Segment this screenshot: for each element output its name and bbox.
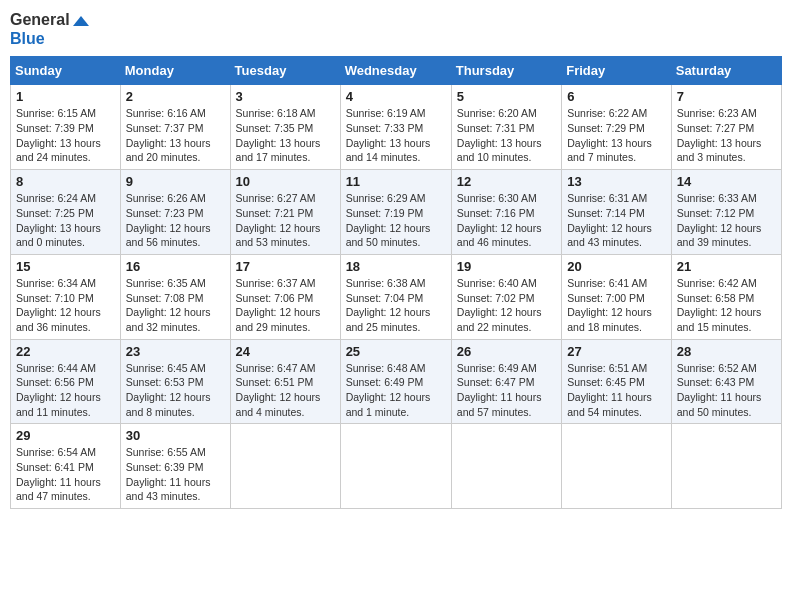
calendar-day-25: 25Sunrise: 6:48 AMSunset: 6:49 PMDayligh… (340, 339, 451, 424)
calendar-day-16: 16Sunrise: 6:35 AMSunset: 7:08 PMDayligh… (120, 254, 230, 339)
day-number: 27 (567, 344, 666, 359)
calendar-day-6: 6Sunrise: 6:22 AMSunset: 7:29 PMDaylight… (562, 85, 672, 170)
day-number: 4 (346, 89, 446, 104)
day-info: Sunrise: 6:23 AMSunset: 7:27 PMDaylight:… (677, 106, 776, 165)
day-info: Sunrise: 6:51 AMSunset: 6:45 PMDaylight:… (567, 361, 666, 420)
day-number: 6 (567, 89, 666, 104)
day-info: Sunrise: 6:26 AMSunset: 7:23 PMDaylight:… (126, 191, 225, 250)
day-info: Sunrise: 6:44 AMSunset: 6:56 PMDaylight:… (16, 361, 115, 420)
day-number: 7 (677, 89, 776, 104)
calendar-day-13: 13Sunrise: 6:31 AMSunset: 7:14 PMDayligh… (562, 170, 672, 255)
day-info: Sunrise: 6:42 AMSunset: 6:58 PMDaylight:… (677, 276, 776, 335)
day-number: 30 (126, 428, 225, 443)
calendar-day-17: 17Sunrise: 6:37 AMSunset: 7:06 PMDayligh… (230, 254, 340, 339)
day-number: 3 (236, 89, 335, 104)
day-header-thursday: Thursday (451, 57, 561, 85)
calendar-day-23: 23Sunrise: 6:45 AMSunset: 6:53 PMDayligh… (120, 339, 230, 424)
day-info: Sunrise: 6:24 AMSunset: 7:25 PMDaylight:… (16, 191, 115, 250)
day-info: Sunrise: 6:27 AMSunset: 7:21 PMDaylight:… (236, 191, 335, 250)
day-info: Sunrise: 6:16 AMSunset: 7:37 PMDaylight:… (126, 106, 225, 165)
calendar-day-9: 9Sunrise: 6:26 AMSunset: 7:23 PMDaylight… (120, 170, 230, 255)
calendar-table: SundayMondayTuesdayWednesdayThursdayFrid… (10, 56, 782, 509)
calendar-day-20: 20Sunrise: 6:41 AMSunset: 7:00 PMDayligh… (562, 254, 672, 339)
day-header-monday: Monday (120, 57, 230, 85)
day-info: Sunrise: 6:41 AMSunset: 7:00 PMDaylight:… (567, 276, 666, 335)
day-info: Sunrise: 6:35 AMSunset: 7:08 PMDaylight:… (126, 276, 225, 335)
calendar-day-27: 27Sunrise: 6:51 AMSunset: 6:45 PMDayligh… (562, 339, 672, 424)
calendar-day-10: 10Sunrise: 6:27 AMSunset: 7:21 PMDayligh… (230, 170, 340, 255)
calendar-day-24: 24Sunrise: 6:47 AMSunset: 6:51 PMDayligh… (230, 339, 340, 424)
day-info: Sunrise: 6:49 AMSunset: 6:47 PMDaylight:… (457, 361, 556, 420)
calendar-day-15: 15Sunrise: 6:34 AMSunset: 7:10 PMDayligh… (11, 254, 121, 339)
day-info: Sunrise: 6:52 AMSunset: 6:43 PMDaylight:… (677, 361, 776, 420)
calendar-day-29: 29Sunrise: 6:54 AMSunset: 6:41 PMDayligh… (11, 424, 121, 509)
day-number: 1 (16, 89, 115, 104)
calendar-day-18: 18Sunrise: 6:38 AMSunset: 7:04 PMDayligh… (340, 254, 451, 339)
day-info: Sunrise: 6:33 AMSunset: 7:12 PMDaylight:… (677, 191, 776, 250)
calendar-day-3: 3Sunrise: 6:18 AMSunset: 7:35 PMDaylight… (230, 85, 340, 170)
day-header-sunday: Sunday (11, 57, 121, 85)
day-number: 12 (457, 174, 556, 189)
calendar-day-7: 7Sunrise: 6:23 AMSunset: 7:27 PMDaylight… (671, 85, 781, 170)
day-header-friday: Friday (562, 57, 672, 85)
day-number: 13 (567, 174, 666, 189)
calendar-day-28: 28Sunrise: 6:52 AMSunset: 6:43 PMDayligh… (671, 339, 781, 424)
day-number: 14 (677, 174, 776, 189)
calendar-day-4: 4Sunrise: 6:19 AMSunset: 7:33 PMDaylight… (340, 85, 451, 170)
day-number: 26 (457, 344, 556, 359)
day-info: Sunrise: 6:40 AMSunset: 7:02 PMDaylight:… (457, 276, 556, 335)
day-number: 25 (346, 344, 446, 359)
logo: General Blue (10, 10, 89, 48)
calendar-day-8: 8Sunrise: 6:24 AMSunset: 7:25 PMDaylight… (11, 170, 121, 255)
day-header-saturday: Saturday (671, 57, 781, 85)
day-number: 17 (236, 259, 335, 274)
day-info: Sunrise: 6:47 AMSunset: 6:51 PMDaylight:… (236, 361, 335, 420)
calendar-day-22: 22Sunrise: 6:44 AMSunset: 6:56 PMDayligh… (11, 339, 121, 424)
day-number: 16 (126, 259, 225, 274)
day-number: 29 (16, 428, 115, 443)
calendar-day-11: 11Sunrise: 6:29 AMSunset: 7:19 PMDayligh… (340, 170, 451, 255)
page-header: General Blue (10, 10, 782, 48)
day-info: Sunrise: 6:37 AMSunset: 7:06 PMDaylight:… (236, 276, 335, 335)
day-info: Sunrise: 6:54 AMSunset: 6:41 PMDaylight:… (16, 445, 115, 504)
day-info: Sunrise: 6:38 AMSunset: 7:04 PMDaylight:… (346, 276, 446, 335)
day-number: 21 (677, 259, 776, 274)
calendar-day-5: 5Sunrise: 6:20 AMSunset: 7:31 PMDaylight… (451, 85, 561, 170)
day-number: 22 (16, 344, 115, 359)
calendar-day-2: 2Sunrise: 6:16 AMSunset: 7:37 PMDaylight… (120, 85, 230, 170)
day-info: Sunrise: 6:48 AMSunset: 6:49 PMDaylight:… (346, 361, 446, 420)
calendar-day-26: 26Sunrise: 6:49 AMSunset: 6:47 PMDayligh… (451, 339, 561, 424)
day-number: 15 (16, 259, 115, 274)
day-number: 19 (457, 259, 556, 274)
calendar-week-1: 1Sunrise: 6:15 AMSunset: 7:39 PMDaylight… (11, 85, 782, 170)
calendar-day-21: 21Sunrise: 6:42 AMSunset: 6:58 PMDayligh… (671, 254, 781, 339)
day-header-wednesday: Wednesday (340, 57, 451, 85)
calendar-header-row: SundayMondayTuesdayWednesdayThursdayFrid… (11, 57, 782, 85)
day-info: Sunrise: 6:31 AMSunset: 7:14 PMDaylight:… (567, 191, 666, 250)
day-info: Sunrise: 6:19 AMSunset: 7:33 PMDaylight:… (346, 106, 446, 165)
calendar-week-2: 8Sunrise: 6:24 AMSunset: 7:25 PMDaylight… (11, 170, 782, 255)
day-number: 2 (126, 89, 225, 104)
day-info: Sunrise: 6:15 AMSunset: 7:39 PMDaylight:… (16, 106, 115, 165)
day-info: Sunrise: 6:22 AMSunset: 7:29 PMDaylight:… (567, 106, 666, 165)
day-number: 20 (567, 259, 666, 274)
day-number: 28 (677, 344, 776, 359)
day-info: Sunrise: 6:30 AMSunset: 7:16 PMDaylight:… (457, 191, 556, 250)
logo-wordmark: General Blue (10, 10, 89, 48)
day-number: 5 (457, 89, 556, 104)
day-info: Sunrise: 6:20 AMSunset: 7:31 PMDaylight:… (457, 106, 556, 165)
day-number: 8 (16, 174, 115, 189)
calendar-day-1: 1Sunrise: 6:15 AMSunset: 7:39 PMDaylight… (11, 85, 121, 170)
day-number: 9 (126, 174, 225, 189)
calendar-week-5: 29Sunrise: 6:54 AMSunset: 6:41 PMDayligh… (11, 424, 782, 509)
calendar-day-19: 19Sunrise: 6:40 AMSunset: 7:02 PMDayligh… (451, 254, 561, 339)
day-info: Sunrise: 6:55 AMSunset: 6:39 PMDaylight:… (126, 445, 225, 504)
empty-cell (451, 424, 561, 509)
empty-cell (671, 424, 781, 509)
day-header-tuesday: Tuesday (230, 57, 340, 85)
day-info: Sunrise: 6:34 AMSunset: 7:10 PMDaylight:… (16, 276, 115, 335)
calendar-day-14: 14Sunrise: 6:33 AMSunset: 7:12 PMDayligh… (671, 170, 781, 255)
day-number: 23 (126, 344, 225, 359)
day-number: 18 (346, 259, 446, 274)
day-info: Sunrise: 6:18 AMSunset: 7:35 PMDaylight:… (236, 106, 335, 165)
